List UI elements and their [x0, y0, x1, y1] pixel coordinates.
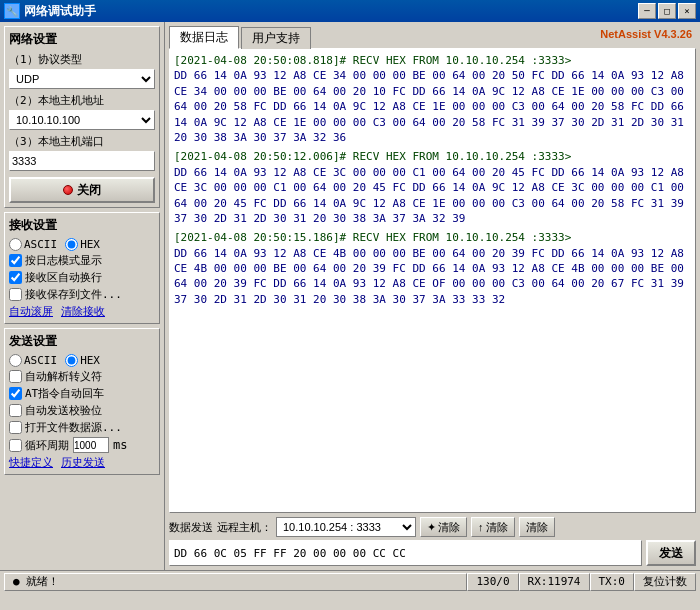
send-text-input[interactable] [169, 540, 642, 566]
receive-settings-section: 接收设置 ASCII HEX 按日志模式显示 [4, 212, 160, 324]
clear-log-button[interactable]: ✦ 清除 [420, 517, 467, 537]
clear-button[interactable]: 清除 [519, 517, 555, 537]
log-entry-2: [2021-04-08 20:50:15.186]# RECV HEX FROM… [174, 230, 691, 307]
send-input-row: 发送 [169, 540, 696, 566]
auto-wrap-option[interactable]: 接收区自动换行 [9, 270, 102, 285]
send-ascii-radio[interactable] [9, 354, 22, 367]
auto-checksum-checkbox[interactable] [9, 404, 22, 417]
clear-send-label: 清除 [486, 520, 508, 535]
app-icon: 🔧 [4, 3, 20, 19]
brand-label: NetAssist V4.3.26 [600, 28, 692, 40]
clear-log-icon: ✦ [427, 521, 436, 534]
send-settings-title: 发送设置 [9, 333, 155, 350]
protocol-label: （1）协议类型 [9, 52, 155, 67]
log-header-1: [2021-04-08 20:50:12.006]# RECV HEX FROM… [174, 149, 691, 164]
loop-period-row: 循环周期 ms [9, 437, 155, 453]
send-links-row: 快捷定义 历史发送 [9, 455, 155, 470]
log-data-1: DD 66 14 0A 93 12 A8 CE 3C 00 00 00 C1 0… [174, 165, 691, 227]
tab-user-support[interactable]: 用户支持 [241, 27, 311, 49]
local-addr-select[interactable]: 10.10.10.100 [9, 110, 155, 130]
local-addr-label: （2）本地主机地址 [9, 93, 155, 108]
send-hex-option[interactable]: HEX [65, 354, 100, 367]
at-auto-option[interactable]: AT指令自动回车 [9, 386, 104, 401]
save-file-label: 接收保存到文件... [25, 287, 122, 302]
send-top-row: 数据发送 远程主机： 10.10.10.254 : 3333 ✦ 清除 ↑ 清除… [169, 517, 696, 537]
local-port-label: （3）本地主机端口 [9, 134, 155, 149]
auto-scroll-link[interactable]: 自动滚屏 [9, 304, 53, 319]
clear-receive-link[interactable]: 清除接收 [61, 304, 105, 319]
send-ascii-option[interactable]: ASCII [9, 354, 57, 367]
auto-decode-option[interactable]: 自动解析转义符 [9, 369, 102, 384]
loop-period-unit: ms [113, 438, 127, 452]
log-data-2: DD 66 14 0A 93 12 A8 CE 4B 00 00 00 BE 0… [174, 246, 691, 308]
close-connection-button[interactable]: 关闭 [9, 177, 155, 203]
open-file-option[interactable]: 打开文件数据源... [9, 420, 122, 435]
reset-counter-button[interactable]: 复位计数 [634, 573, 696, 591]
red-dot-icon [63, 185, 73, 195]
send-button[interactable]: 发送 [646, 540, 696, 566]
auto-wrap-checkbox[interactable] [9, 271, 22, 284]
auto-checksum-label: 自动发送校验位 [25, 403, 102, 418]
log-header-0: [2021-04-08 20:50:08.818]# RECV HEX FROM… [174, 53, 691, 68]
left-panel: 网络设置 （1）协议类型 UDP （2）本地主机地址 10.10.10.100 … [0, 22, 165, 570]
local-port-input[interactable] [9, 151, 155, 171]
remote-host-label: 远程主机： [217, 520, 272, 535]
minimize-button[interactable]: ─ [638, 3, 656, 19]
receive-hex-option[interactable]: HEX [65, 238, 100, 251]
at-auto-checkbox[interactable] [9, 387, 22, 400]
loop-period-label: 循环周期 [25, 438, 69, 453]
title-bar-title: 网络调试助手 [24, 3, 96, 20]
send-ascii-label: ASCII [24, 354, 57, 367]
receive-ascii-radio[interactable] [9, 238, 22, 251]
status-tx: TX:0 [590, 573, 635, 591]
send-hex-radio[interactable] [65, 354, 78, 367]
at-auto-label: AT指令自动回车 [25, 386, 104, 401]
receive-hex-radio[interactable] [65, 238, 78, 251]
status-icon: ● [13, 575, 20, 588]
log-mode-checkbox[interactable] [9, 254, 22, 267]
open-file-row: 打开文件数据源... [9, 420, 155, 435]
auto-decode-checkbox[interactable] [9, 370, 22, 383]
tab-data-log-label: 数据日志 [180, 29, 228, 46]
status-ready: ● 就绪！ [4, 573, 467, 591]
protocol-select[interactable]: UDP [9, 69, 155, 89]
title-bar-controls: ─ □ × [638, 3, 696, 19]
title-bar-left: 🔧 网络调试助手 [4, 3, 96, 20]
status-bar: ● 就绪！ 130/0 RX:11974 TX:0 复位计数 [0, 570, 700, 592]
tab-data-log[interactable]: 数据日志 [169, 26, 239, 49]
log-mode-option[interactable]: 按日志模式显示 [9, 253, 102, 268]
title-bar: 🔧 网络调试助手 ─ □ × [0, 0, 700, 22]
log-mode-label: 按日志模式显示 [25, 253, 102, 268]
save-file-option[interactable]: 接收保存到文件... [9, 287, 122, 302]
log-data-0: DD 66 14 0A 93 12 A8 CE 34 00 00 00 BE 0… [174, 68, 691, 145]
save-file-checkbox[interactable] [9, 288, 22, 301]
loop-period-option[interactable]: 循环周期 [9, 438, 69, 453]
network-settings-section: 网络设置 （1）协议类型 UDP （2）本地主机地址 10.10.10.100 … [4, 26, 160, 208]
clear-send-button[interactable]: ↑ 清除 [471, 517, 515, 537]
tab-user-support-label: 用户支持 [252, 30, 300, 47]
receive-hex-label: HEX [80, 238, 100, 251]
send-settings-section: 发送设置 ASCII HEX 自动解析转义符 [4, 328, 160, 475]
open-file-checkbox[interactable] [9, 421, 22, 434]
receive-settings-title: 接收设置 [9, 217, 155, 234]
shortcut-link[interactable]: 快捷定义 [9, 455, 53, 470]
receive-encoding-row: ASCII HEX [9, 238, 155, 251]
log-area[interactable]: [2021-04-08 20:50:08.818]# RECV HEX FROM… [169, 48, 696, 513]
loop-period-input[interactable] [73, 437, 109, 453]
loop-period-checkbox[interactable] [9, 439, 22, 452]
send-area: 数据发送 远程主机： 10.10.10.254 : 3333 ✦ 清除 ↑ 清除… [169, 517, 696, 566]
remote-host-select[interactable]: 10.10.10.254 : 3333 [276, 517, 416, 537]
auto-checksum-option[interactable]: 自动发送校验位 [9, 403, 102, 418]
close-window-button[interactable]: × [678, 3, 696, 19]
log-mode-row: 按日志模式显示 [9, 253, 155, 268]
log-entry-1: [2021-04-08 20:50:12.006]# RECV HEX FROM… [174, 149, 691, 226]
receive-links-row: 自动滚屏 清除接收 [9, 304, 155, 319]
network-settings-title: 网络设置 [9, 31, 155, 48]
receive-ascii-option[interactable]: ASCII [9, 238, 57, 251]
history-link[interactable]: 历史发送 [61, 455, 105, 470]
tab-bar: 数据日志 用户支持 NetAssist V4.3.26 [169, 26, 696, 49]
at-auto-row: AT指令自动回车 [9, 386, 155, 401]
send-button-label: 发送 [659, 546, 683, 560]
maximize-button[interactable]: □ [658, 3, 676, 19]
clear-label: 清除 [526, 520, 548, 535]
